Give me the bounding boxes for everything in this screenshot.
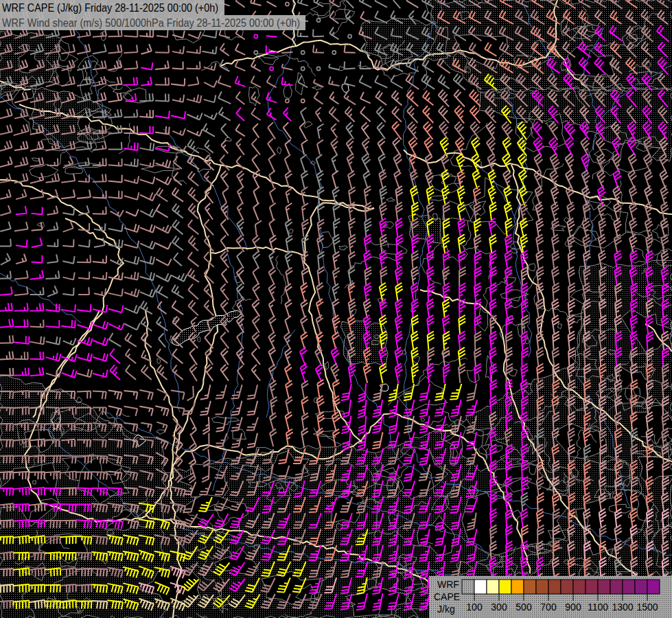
svg-text:WRF Wind shear (m/s) 500/1000h: WRF Wind shear (m/s) 500/1000hPa Friday … [2,16,300,30]
svg-text:WRF: WRF [437,579,459,590]
svg-text:CAPE: CAPE [434,591,460,602]
svg-text:J/kg: J/kg [437,604,455,615]
svg-text:WRF CAPE (J/kg) Friday 28-11-2: WRF CAPE (J/kg) Friday 28-11-2025 00:00 … [2,1,218,14]
svg-text:1300: 1300 [612,602,633,613]
svg-text:700: 700 [540,602,557,613]
svg-text:900: 900 [565,602,581,613]
svg-text:1500: 1500 [636,602,658,613]
svg-text:1100: 1100 [588,602,608,613]
svg-text:500: 500 [515,602,532,613]
svg-text:300: 300 [491,602,507,613]
svg-text:100: 100 [466,602,483,613]
